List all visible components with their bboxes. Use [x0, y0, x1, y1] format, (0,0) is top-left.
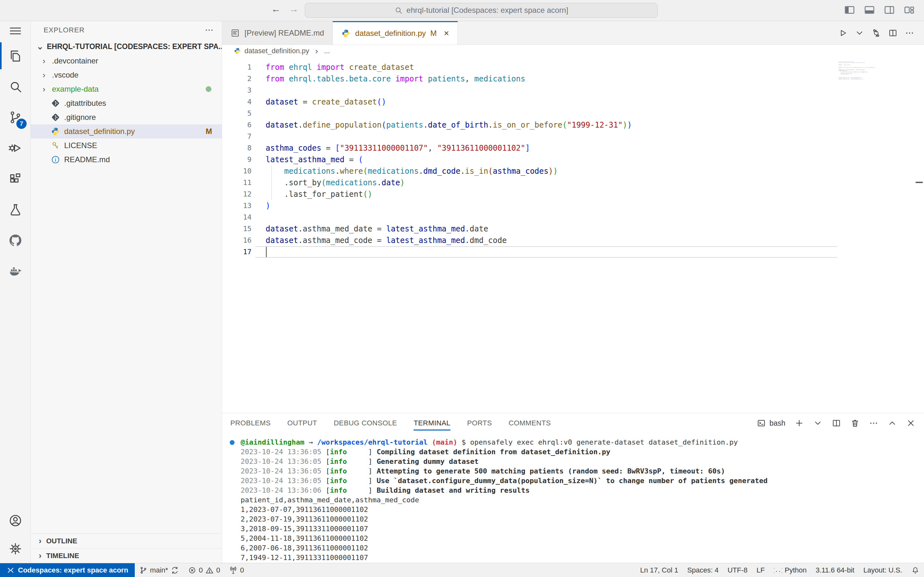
code-line: 8asthma_codes = ["39113311000001107", "3… — [222, 142, 924, 154]
line-number: 10 — [222, 165, 252, 177]
python-version[interactable]: 3.11.6 64-bit — [811, 563, 859, 577]
kill-terminal-icon[interactable] — [850, 418, 860, 428]
sidebar-section-timeline[interactable]: › TIMELINE — [31, 548, 222, 563]
git-branch-status[interactable]: main* — [135, 563, 184, 577]
line-number: 2 — [222, 73, 252, 85]
tab-dataset-definition-py[interactable]: dataset_definition.pyM× — [333, 21, 458, 45]
problems-status[interactable]: 0 0 — [184, 563, 225, 577]
activity-source-control[interactable]: 7 — [0, 102, 31, 133]
sidebar-title: EXPLORER — [44, 26, 85, 34]
activity-extensions[interactable] — [0, 163, 31, 194]
file-label: LICENSE — [64, 141, 97, 150]
bash-terminal-icon — [756, 418, 766, 428]
activity-github[interactable] — [0, 225, 31, 256]
code-line: 3 — [222, 85, 924, 96]
sidebar-item-license[interactable]: LICENSE — [31, 139, 222, 153]
indentation[interactable]: Spaces: 4 — [683, 563, 723, 577]
code-line: 17 — [838, 79, 881, 81]
code-line: 10 medications.where(medications.dmd_cod… — [222, 165, 924, 177]
split-editor-icon[interactable] — [888, 28, 898, 38]
sidebar-item-dataset-definition-py[interactable]: dataset_definition.pyM — [31, 124, 222, 139]
activity-settings[interactable] — [0, 535, 31, 563]
vscode-window: ← → ehrql-tutorial [Codespaces: expert s… — [0, 0, 924, 577]
sidebar-item-gitignore[interactable]: .gitignore — [31, 110, 222, 124]
cursor-position[interactable]: Ln 17, Col 1 — [636, 563, 683, 577]
code-editor[interactable]: 1from ehrql import create_dataset2from e… — [222, 57, 924, 413]
sidebar-item-vscode[interactable]: ›.vscode — [31, 68, 222, 82]
more-actions-icon[interactable] — [905, 28, 914, 38]
explorer-root-folder[interactable]: ⌄ EHRQL-TUTORIAL [CODESPACES: EXPERT SPA… — [31, 39, 222, 54]
sidebar-section-outline[interactable]: › OUTLINE — [31, 533, 222, 548]
language-mode[interactable]: {..}Python — [769, 563, 811, 577]
sidebar-item-readme-md[interactable]: README.md — [31, 153, 222, 167]
sidebar-item-example-data[interactable]: ›example-data — [31, 82, 222, 96]
more-actions-icon[interactable] — [869, 418, 879, 428]
chevron-right-icon: › — [40, 70, 48, 80]
terminal-csv-line: 7,1949-12-11,39113311000001107 — [241, 553, 924, 562]
run-python-file-icon[interactable] — [838, 28, 848, 38]
close-panel-icon[interactable] — [906, 418, 916, 428]
panel-tab-ports[interactable]: PORTS — [467, 413, 492, 433]
activity-docker[interactable] — [0, 256, 31, 287]
minimap[interactable]: 1from ehrql import create_dataset2from e… — [838, 61, 881, 305]
notifications[interactable] — [907, 563, 924, 577]
terminal-csv-line: 2,2023-07-19,39113611000001102 — [241, 514, 924, 524]
sidebar-item-gitattributes[interactable]: .gitattributes — [31, 96, 222, 110]
gear-icon — [8, 542, 23, 556]
remote-indicator[interactable]: Codespaces: expert space acorn — [0, 563, 135, 577]
terminal-output[interactable]: @iaindillingham → /workspaces/ehrql-tuto… — [222, 433, 924, 563]
eol[interactable]: LF — [752, 563, 769, 577]
breadcrumb[interactable]: dataset_definition.py › ... — [222, 45, 924, 57]
code-line: 9latest_asthma_med = ( — [222, 154, 924, 165]
line-number: 7 — [222, 131, 252, 142]
activity-testing[interactable] — [0, 194, 31, 225]
panel-tab-terminal[interactable]: TERMINAL — [414, 413, 450, 433]
maximize-panel-icon[interactable] — [887, 418, 897, 428]
toggle-panel-icon[interactable] — [864, 4, 875, 16]
encoding[interactable]: UTF-8 — [723, 563, 752, 577]
split-terminal-icon[interactable] — [832, 418, 841, 428]
panel-tab-output[interactable]: OUTPUT — [287, 413, 317, 433]
chevron-down-icon[interactable] — [855, 28, 864, 38]
open-changes-icon[interactable] — [871, 28, 881, 38]
sidebar-item-devcontainer[interactable]: ›.devcontainer — [31, 54, 222, 68]
git-file-icon — [51, 98, 60, 108]
activity-bar: 7 — [0, 21, 31, 563]
close-tab-icon[interactable]: × — [444, 28, 449, 39]
chevron-down-icon[interactable] — [813, 418, 822, 428]
new-terminal-icon[interactable] — [795, 418, 804, 428]
account-icon — [8, 514, 23, 528]
activity-accounts[interactable] — [0, 506, 31, 535]
activity-explorer[interactable] — [0, 40, 31, 71]
nav-forward-button[interactable]: → — [289, 3, 299, 15]
tab-preview-readme-md[interactable]: [Preview] README.md — [222, 21, 333, 45]
panel-tab-debug-console[interactable]: DEBUG CONSOLE — [334, 413, 397, 433]
nav-back-button[interactable]: ← — [271, 3, 281, 15]
forwarded-ports-status[interactable]: 0 — [225, 563, 248, 577]
toggle-secondary-sidebar-icon[interactable] — [884, 4, 895, 16]
customize-layout-icon[interactable] — [903, 4, 915, 16]
terminal-shell-selector[interactable]: bash — [756, 418, 785, 428]
line-number: 4 — [222, 96, 252, 108]
code-line: 6dataset.define_population(patients.date… — [838, 67, 881, 68]
terminal-log-line: 2023-10-24 13:36:05 [info ] Generating d… — [241, 457, 924, 466]
keyboard-layout[interactable]: Layout: U.S. — [859, 563, 907, 577]
python-file-icon — [341, 29, 351, 38]
git-modified-badge: M — [206, 127, 212, 136]
menu-icon[interactable] — [0, 21, 31, 40]
more-actions-icon[interactable] — [204, 25, 214, 35]
command-center-search[interactable]: ehrql-tutorial [Codespaces: expert space… — [305, 3, 658, 18]
line-number: 5 — [222, 108, 252, 119]
panel-tab-problems[interactable]: PROBLEMS — [230, 413, 270, 433]
activity-search[interactable] — [0, 71, 31, 102]
activity-run-and-debug[interactable] — [0, 133, 31, 163]
search-icon — [8, 79, 23, 93]
git-branch-icon — [139, 566, 148, 574]
code-line: 14 — [222, 211, 924, 223]
chevron-right-icon: › — [40, 84, 48, 94]
panel-tab-comments[interactable]: COMMENTS — [509, 413, 551, 433]
warning-icon — [205, 566, 214, 574]
search-icon — [394, 6, 403, 15]
docker-icon — [8, 264, 23, 278]
toggle-sidebar-icon[interactable] — [844, 4, 855, 16]
